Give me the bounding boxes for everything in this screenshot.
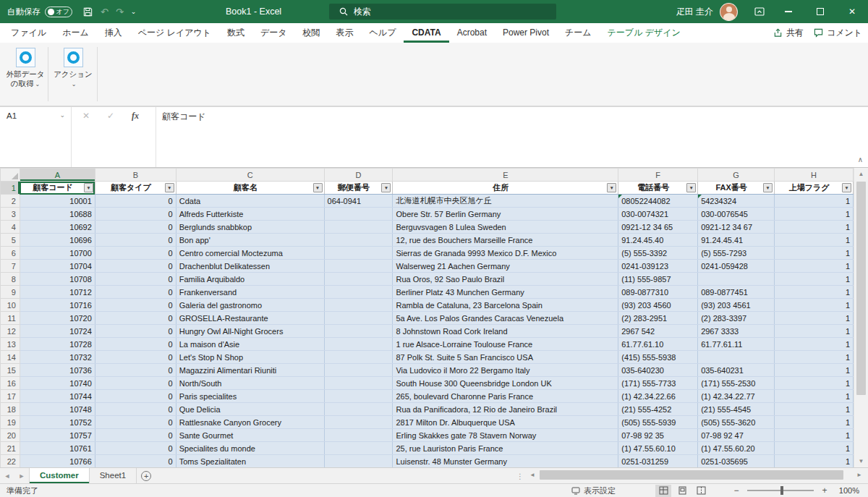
cell-D16[interactable] [324,377,393,390]
ribbon-tab-help[interactable]: ヘルプ [362,23,404,43]
cell-C21[interactable]: Specialites du monde [176,442,324,455]
cell-E15[interactable]: Via Ludovico il Moro 22 Bergamo Italy [393,364,618,377]
cell-E21[interactable]: 25, rue Lauriston Paris France [393,442,618,455]
cell-H17[interactable]: 1 [775,390,854,403]
row-header-3[interactable]: 3 [1,208,20,221]
formula-bar-content[interactable]: 顧客コード [162,111,206,123]
cell-F20[interactable]: 07-98 92 35 [618,429,698,442]
cell-H14[interactable]: 1 [775,351,854,364]
cell-G17[interactable]: (1) 42.34.22.77 [698,390,775,403]
sheet-tab-customer[interactable]: Customer [29,468,90,483]
ribbon-tab-home[interactable]: ホーム [54,23,97,43]
row-header-20[interactable]: 20 [1,429,20,442]
cell-C12[interactable]: Hungry Owl All-Night Grocers [176,325,324,338]
cell-A2[interactable]: 10001 [20,195,95,208]
cell-C20[interactable]: Sante Gourmet [176,429,324,442]
minimize-button[interactable] [773,0,804,23]
ribbon-display-options-icon[interactable] [746,0,773,23]
cell-C10[interactable]: Galeria del gastronomo [176,299,324,312]
cell-C4[interactable]: Berglunds snabbkop [176,221,324,234]
cell-E14[interactable]: 87 Polk St. Suite 5 San Francisco USA [393,351,618,364]
cell-E7[interactable]: Walserweg 21 Aachen Germany [393,260,618,273]
cell-E12[interactable]: 8 Johnstown Road Cork Ireland [393,325,618,338]
cell-A18[interactable]: 10748 [20,403,95,416]
cell-A20[interactable]: 10757 [20,429,95,442]
row-header-13[interactable]: 13 [1,338,20,351]
cell-H9[interactable]: 1 [775,286,854,299]
row-header-7[interactable]: 7 [1,260,20,273]
cell-G10[interactable]: (93) 203 4561 [698,299,775,312]
cell-G3[interactable]: 030-0076545 [698,208,775,221]
cell-G18[interactable]: (21) 555-4545 [698,403,775,416]
cell-B11[interactable]: 0 [95,312,176,325]
cell-D12[interactable] [324,325,393,338]
filter-button-A[interactable]: ▼ [84,183,93,192]
collapse-formula-bar-icon[interactable]: ∧ [858,156,863,163]
cell-D17[interactable] [324,390,393,403]
cell-G8[interactable] [698,273,775,286]
row-header-2[interactable]: 2 [1,195,20,208]
page-break-view-button[interactable] [693,485,709,497]
cell-B17[interactable]: 0 [95,390,176,403]
cell-F1[interactable]: 電話番号▼ [618,182,698,195]
row-header-17[interactable]: 17 [1,390,20,403]
column-header-C[interactable]: C [176,169,324,182]
cell-F21[interactable]: (1) 47.55.60.10 [618,442,698,455]
cell-G9[interactable]: 089-0877451 [698,286,775,299]
cell-A13[interactable]: 10728 [20,338,95,351]
ribbon-tab-review[interactable]: 校閲 [295,23,328,43]
cell-A22[interactable]: 10766 [20,455,95,468]
cancel-icon[interactable]: ✕ [82,111,90,121]
cell-B10[interactable]: 0 [95,299,176,312]
cell-G1[interactable]: FAX番号▼ [698,182,775,195]
cell-C17[interactable]: Paris specialites [176,390,324,403]
account-name[interactable]: 疋田 圭介 [676,6,713,18]
cell-H13[interactable]: 1 [775,338,854,351]
actions-button[interactable]: アクション⌄ [52,48,94,89]
select-all-button[interactable] [1,169,20,182]
avatar[interactable] [720,3,738,21]
cell-B13[interactable]: 0 [95,338,176,351]
cell-A16[interactable]: 10740 [20,377,95,390]
cell-C14[interactable]: Let's Stop N Shop [176,351,324,364]
ribbon-tab-view[interactable]: 表示 [328,23,362,43]
filter-button-G[interactable]: ▼ [763,183,773,192]
ribbon-tab-insert[interactable]: 挿入 [97,23,130,43]
cell-D11[interactable] [324,312,393,325]
search-input[interactable]: 検索 [329,4,556,20]
row-header-9[interactable]: 9 [1,286,20,299]
maximize-button[interactable] [804,0,836,23]
save-icon[interactable] [82,7,93,17]
cell-B22[interactable]: 0 [95,455,176,468]
cell-H4[interactable]: 1 [775,221,854,234]
column-header-E[interactable]: E [393,169,618,182]
cell-A12[interactable]: 10724 [20,325,95,338]
ribbon-tab-page-layout[interactable]: ページ レイアウト [130,23,219,43]
cell-F3[interactable]: 030-0074321 [618,208,698,221]
cell-B20[interactable]: 0 [95,429,176,442]
cell-D13[interactable] [324,338,393,351]
cell-H20[interactable]: 1 [775,429,854,442]
zoom-slider[interactable] [747,490,814,491]
cell-A6[interactable]: 10700 [20,247,95,260]
name-box[interactable]: A1 ⌄ [0,107,72,167]
share-button[interactable]: 共有 [773,27,804,39]
cell-F4[interactable]: 0921-12 34 65 [618,221,698,234]
cell-F13[interactable]: 61.77.61.10 [618,338,698,351]
cell-E18[interactable]: Rua da Panificadora, 12 Rio de Janeiro B… [393,403,618,416]
row-header-4[interactable]: 4 [1,221,20,234]
cell-B8[interactable]: 0 [95,273,176,286]
scroll-down-icon[interactable]: ▼ [854,455,868,467]
cell-G22[interactable]: 0251-035695 [698,455,775,468]
ribbon-tab-acrobat[interactable]: Acrobat [449,23,495,43]
cell-B1[interactable]: 顧客タイプ▼ [95,182,176,195]
column-header-F[interactable]: F [618,169,698,182]
cell-B6[interactable]: 0 [95,247,176,260]
cell-B19[interactable]: 0 [95,416,176,429]
cell-C5[interactable]: Bon app' [176,234,324,247]
cell-B4[interactable]: 0 [95,221,176,234]
cell-B21[interactable]: 0 [95,442,176,455]
cell-C13[interactable]: La maison d'Asie [176,338,324,351]
cell-A19[interactable]: 10752 [20,416,95,429]
column-header-A[interactable]: A [20,169,95,182]
